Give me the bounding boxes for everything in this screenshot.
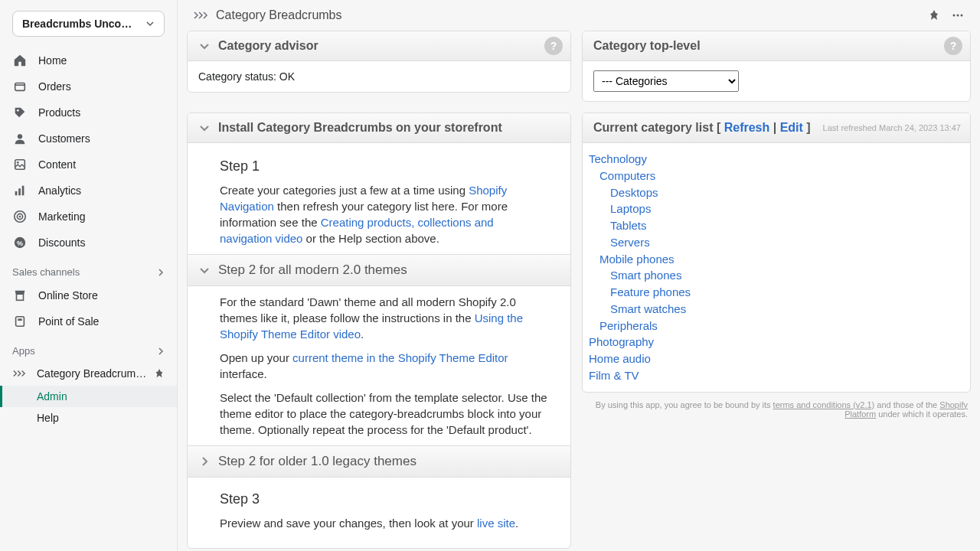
pin-icon[interactable] [154,368,165,379]
apps-header[interactable]: Apps [0,334,177,361]
svg-rect-5 [15,191,18,195]
category-link[interactable]: Smart phones [610,269,681,282]
chevron-right-icon [198,455,211,468]
sidebar-subitem-help[interactable]: Help [0,407,177,429]
sidebar-item-orders[interactable]: Orders [0,73,177,99]
sidebar-item-products[interactable]: Products [0,99,177,126]
pos-icon [12,314,28,329]
svg-point-10 [19,216,21,218]
step2a-header[interactable]: Step 2 for all modern 2.0 themes [188,254,570,286]
analytics-icon [12,183,28,198]
category-link[interactable]: Home audio [589,352,651,365]
svg-point-2 [18,134,22,139]
sidebar-item-analytics[interactable]: Analytics [0,178,177,204]
sales-channels-header[interactable]: Sales channels [0,256,177,282]
category-link[interactable]: Feature phones [610,285,691,298]
discounts-icon: % [12,235,28,250]
main-content: Category Breadcrumbs Category advisor ? [178,0,980,551]
chevron-down-icon [198,264,211,276]
content-icon [12,157,28,172]
sidebar-item-home[interactable]: Home [0,47,177,73]
svg-rect-3 [15,160,25,170]
svg-rect-13 [17,294,24,300]
more-icon[interactable] [951,8,965,22]
toplevel-title: Category top-level [593,39,701,53]
category-link[interactable]: Mobile phones [599,253,675,266]
store-icon [12,288,28,303]
svg-point-18 [961,15,963,17]
refresh-link[interactable]: Refresh [724,121,770,134]
topbar: Category Breadcrumbs [178,0,980,31]
step1-heading: Step 1 [220,158,560,174]
app-selector-label: Breadcrumbs Uncompl… [22,18,141,30]
home-icon [12,53,28,68]
sidebar-subitem-admin[interactable]: Admin [0,386,177,407]
install-panel: Install Category Breadcrumbs on your sto… [187,112,571,549]
sidebar-item-online-store[interactable]: Online Store [0,282,177,308]
category-link[interactable]: Technology [589,152,647,165]
last-refreshed: Last refreshed March 24, 2023 13:47 [823,123,961,132]
marketing-icon [12,209,28,224]
page-title: Category Breadcrumbs [216,8,342,22]
svg-rect-0 [15,83,25,91]
category-link[interactable]: Film & TV [589,369,639,382]
terms-link[interactable]: terms and conditions (v2.1) [773,400,875,409]
step3-text: Preview and save your changes, then look… [220,515,549,531]
category-link[interactable]: Computers [599,169,655,182]
chevron-down-icon[interactable] [198,40,211,52]
sidebar-item-content[interactable]: Content [0,152,177,178]
disclaimer: By using this app, you agree to be bound… [582,400,971,419]
svg-point-17 [957,15,959,17]
svg-rect-15 [18,318,21,321]
help-icon[interactable]: ? [944,37,962,55]
step3-heading: Step 3 [220,491,560,507]
category-link[interactable]: Tablets [610,219,647,232]
sidebar-item-customers[interactable]: Customers [0,126,177,152]
category-link[interactable]: Photography [589,335,654,348]
advisor-status: Category status: OK [198,70,295,83]
svg-point-16 [953,15,956,17]
svg-text:%: % [17,240,23,247]
chevron-down-icon[interactable] [198,122,211,134]
current-theme-link[interactable]: current theme in the Shopify Theme Edito… [292,351,508,364]
svg-point-1 [17,109,19,112]
step2a-p2: Open up your current theme in the Shopif… [220,350,549,382]
svg-point-4 [17,161,19,164]
products-icon [12,105,28,120]
category-tree: TechnologyComputersDesktopsLaptopsTablet… [583,143,970,392]
breadcrumb-icon [193,8,208,23]
step2b-header[interactable]: Step 2 for older 1.0 legacy themes [188,445,570,478]
svg-rect-6 [18,188,21,195]
svg-rect-7 [22,186,24,196]
chevron-down-icon [145,19,155,28]
svg-rect-14 [16,317,24,327]
step2a-p3: Select the 'Default collection' from the… [220,390,549,438]
sidebar-item-discounts[interactable]: %Discounts [0,230,177,256]
category-advisor-panel: Category advisor ? Category status: OK [187,31,571,93]
install-title: Install Category Breadcrumbs on your sto… [218,121,502,135]
app-selector[interactable]: Breadcrumbs Uncompl… [12,11,165,37]
orders-icon [12,79,28,94]
catlist-title: Current category list [ Refresh | Edit ] [593,121,811,135]
live-site-link[interactable]: live site [477,517,515,530]
sidebar-item-marketing[interactable]: Marketing [0,204,177,230]
chevron-right-icon [157,269,165,276]
category-link[interactable]: Peripherals [599,319,658,332]
step1-text: Create your categories just a few at a t… [220,182,549,246]
sidebar-item-point-of-sale[interactable]: Point of Sale [0,308,177,334]
category-link[interactable]: Desktops [610,186,658,199]
category-list-panel: Current category list [ Refresh | Edit ]… [582,112,971,393]
sidebar: Breadcrumbs Uncompl… HomeOrdersProductsC… [0,0,178,551]
category-link[interactable]: Laptops [610,202,651,215]
help-icon[interactable]: ? [544,37,563,55]
customers-icon [12,131,28,146]
category-link[interactable]: Servers [610,236,650,249]
step2a-p1: For the standard 'Dawn' theme and all mo… [220,294,549,342]
category-link[interactable]: Smart watches [610,302,686,315]
edit-link[interactable]: Edit [780,121,803,134]
advisor-title: Category advisor [218,39,318,53]
pin-icon[interactable] [928,9,940,21]
sidebar-app-breadcrumbs[interactable]: Category Breadcrum… [0,361,177,386]
breadcrumb-icon [12,367,26,380]
category-select[interactable]: --- Categories [593,70,739,92]
